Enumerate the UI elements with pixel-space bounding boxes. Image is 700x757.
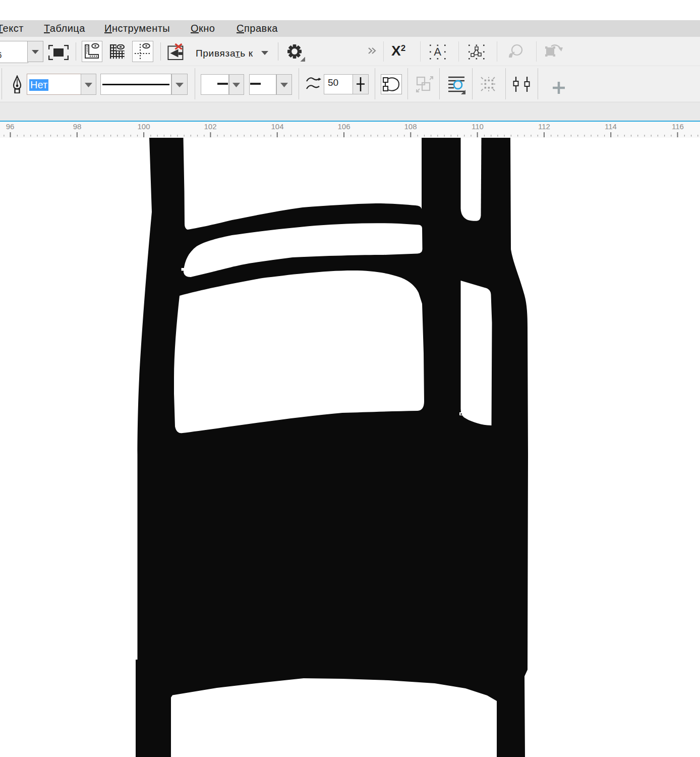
svg-text:A: A bbox=[434, 45, 441, 58]
